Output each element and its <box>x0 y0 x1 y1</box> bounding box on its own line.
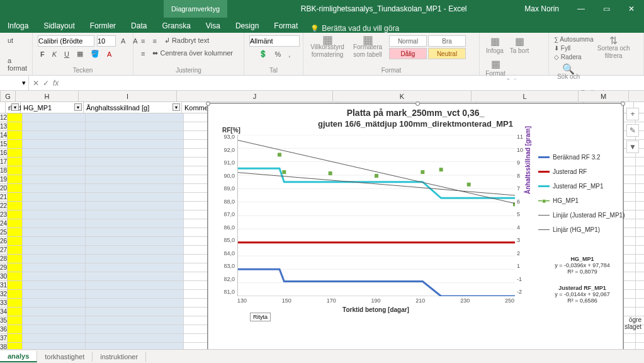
cell[interactable] <box>23 193 86 201</box>
style-normal[interactable]: Normal <box>389 35 427 47</box>
cell[interactable] <box>86 184 184 192</box>
plot-area[interactable] <box>237 135 514 296</box>
underline-button[interactable]: U <box>62 49 72 59</box>
cell[interactable] <box>23 246 86 254</box>
cell[interactable] <box>23 255 86 263</box>
row-header[interactable]: 19 <box>0 175 8 183</box>
cell[interactable] <box>23 219 86 228</box>
cell[interactable] <box>636 334 644 342</box>
percent-button[interactable]: % <box>273 49 284 59</box>
close-button[interactable]: ✕ <box>619 4 644 13</box>
cell[interactable] <box>8 166 23 175</box>
cell[interactable] <box>23 166 86 175</box>
cell[interactable] <box>636 175 644 183</box>
cell[interactable] <box>86 316 184 325</box>
cell[interactable] <box>86 263 184 272</box>
cell[interactable] <box>23 131 86 139</box>
col-header-g[interactable]: G <box>1 91 16 101</box>
chart-title-line2[interactable]: gjuten 16/6_mätdjup 100mm_direktmonterad… <box>208 119 623 129</box>
cell[interactable] <box>86 325 184 333</box>
tab-formler[interactable]: Formler <box>82 19 123 33</box>
row-header[interactable]: 33 <box>0 299 8 307</box>
cell[interactable] <box>8 158 23 166</box>
cell[interactable] <box>86 140 184 148</box>
row-header[interactable]: 16 <box>0 149 8 157</box>
row-header[interactable]: 34 <box>0 308 8 316</box>
filter-dropdown-icon[interactable]: ▾ <box>74 103 82 111</box>
cell[interactable] <box>23 272 86 280</box>
sort-filter-button[interactable]: ⇅Sortera ochfiltrera <box>597 37 630 60</box>
cell[interactable] <box>636 202 644 210</box>
cell[interactable] <box>86 290 184 298</box>
cell[interactable] <box>86 255 184 263</box>
style-good[interactable]: Bra <box>428 35 466 47</box>
cell[interactable] <box>23 184 86 192</box>
cell[interactable] <box>8 343 23 349</box>
cell[interactable] <box>23 228 86 236</box>
tab-infoga[interactable]: Infoga <box>0 19 36 33</box>
font-name-input[interactable] <box>38 35 94 47</box>
row-header[interactable]: 38 <box>0 343 8 349</box>
cell[interactable] <box>23 263 86 272</box>
tab-sidlayout[interactable]: Sidlayout <box>36 19 82 33</box>
copy-button[interactable] <box>5 49 10 52</box>
chart-add-element-button[interactable]: + <box>626 108 639 120</box>
cell[interactable] <box>86 308 184 316</box>
cell[interactable] <box>8 113 23 122</box>
sheet-tab-instruktioner[interactable]: instruktioner <box>93 352 146 362</box>
cell[interactable] <box>8 175 23 183</box>
col-header-i[interactable]: I <box>79 91 177 101</box>
cell[interactable] <box>636 308 644 316</box>
border-button[interactable]: ▦ <box>74 49 86 59</box>
cell[interactable] <box>23 175 86 183</box>
row-header[interactable]: 24 <box>0 219 8 228</box>
cell[interactable] <box>23 316 86 325</box>
formula-input[interactable] <box>62 79 644 87</box>
cell[interactable] <box>8 210 23 219</box>
filter-anghalt[interactable]: Ånghaltssskillnad [g]▾ <box>84 102 182 113</box>
align-top-button[interactable]: ≡ <box>138 36 147 46</box>
fx-button[interactable]: fx <box>53 79 59 88</box>
row-header[interactable]: 35 <box>0 316 8 325</box>
cell[interactable] <box>86 281 184 289</box>
row-header[interactable]: 30 <box>0 272 8 280</box>
merge-button[interactable]: ⬌ Centrera över kolumner <box>150 48 235 59</box>
row-header[interactable]: 21 <box>0 193 8 201</box>
cell[interactable] <box>23 290 86 298</box>
tell-me-search[interactable]: 💡 Berätta vad du vill göra <box>310 24 399 33</box>
row-header[interactable]: 14 <box>0 131 8 139</box>
cell[interactable] <box>23 343 86 349</box>
cell[interactable] <box>636 343 644 349</box>
col-header-m[interactable]: M <box>579 91 629 101</box>
font-size-input[interactable] <box>97 35 116 47</box>
cell[interactable] <box>86 113 184 122</box>
row-header[interactable]: 13 <box>0 122 8 130</box>
cell[interactable] <box>86 343 184 349</box>
tab-design[interactable]: Design <box>228 19 266 33</box>
align-mid-button[interactable]: ≡ <box>150 36 159 46</box>
cut-button[interactable]: ut <box>5 35 16 45</box>
row-header[interactable]: 25 <box>0 228 8 236</box>
cell[interactable] <box>23 122 86 130</box>
row-header[interactable]: 12 <box>0 113 8 122</box>
insert-cells-button[interactable]: ▦Infoga <box>485 35 505 54</box>
row-header[interactable]: 20 <box>0 184 8 192</box>
cell[interactable] <box>8 299 23 307</box>
cell[interactable] <box>23 237 86 245</box>
cancel-formula-button[interactable]: ✕ <box>33 79 39 88</box>
cell[interactable] <box>86 131 184 139</box>
cell[interactable] <box>8 263 23 272</box>
currency-button[interactable]: 💲 <box>256 49 270 59</box>
minimize-button[interactable]: — <box>568 4 594 13</box>
cell[interactable] <box>23 210 86 219</box>
chart-legend[interactable]: Beräknad RF 3.2 Justerad RF Justerad RF_… <box>538 154 626 241</box>
cell[interactable] <box>8 131 23 139</box>
tab-visa[interactable]: Visa <box>198 19 228 33</box>
tab-data[interactable]: Data <box>123 19 154 33</box>
chart-filter-button[interactable]: ▼ <box>626 141 639 153</box>
italic-button[interactable]: K <box>50 49 59 59</box>
cell[interactable] <box>23 308 86 316</box>
fill-color-button[interactable]: 🪣 <box>88 49 102 59</box>
style-bad[interactable]: Dålig <box>389 48 427 59</box>
col-header-n[interactable]: N <box>629 91 644 101</box>
